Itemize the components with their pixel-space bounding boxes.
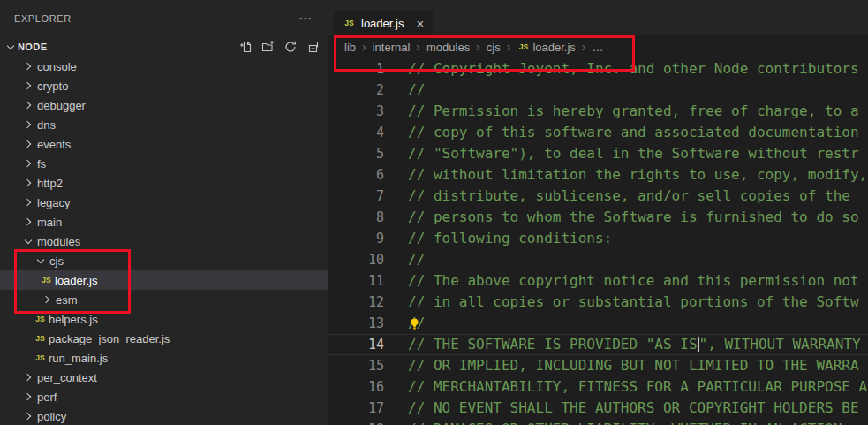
code-text: // following conditions: [384, 228, 612, 249]
code-line-1[interactable]: 1// Copyright Joyent, Inc. and other Nod… [328, 58, 868, 80]
code-line-14[interactable]: 14// THE SOFTWARE IS PROVIDED "AS IS", W… [328, 334, 868, 355]
tree-item-dns[interactable]: dns [0, 115, 328, 134]
code-line-8[interactable]: 8// persons to whom the Software is furn… [328, 207, 868, 228]
line-number: 4 [328, 122, 384, 143]
tree-item-console[interactable]: console [0, 57, 328, 76]
tab-loader-js[interactable]: JS loader.js × [334, 11, 433, 35]
chevron-down-icon [21, 234, 35, 248]
tree-item-policy[interactable]: policy [0, 406, 328, 425]
chevron-right-icon [21, 195, 35, 209]
code-line-6[interactable]: 6// without limitation the rights to use… [328, 164, 868, 186]
breadcrumb-item[interactable]: JSloader.js [517, 41, 575, 54]
code-line-17[interactable]: 17// NO EVENT SHALL THE AUTHORS OR COPYR… [328, 398, 868, 419]
code-text: // [384, 80, 425, 101]
tab-label: loader.js [361, 17, 404, 30]
close-icon[interactable]: × [416, 16, 424, 31]
code-line-18[interactable]: 18// DAMAGES OR OTHER LIABILITY, WHETHER… [328, 419, 868, 425]
line-number: 18 [328, 419, 384, 425]
js-file-icon: JS [343, 19, 356, 27]
line-number: 8 [328, 207, 384, 228]
tree-item-legacy[interactable]: legacy [0, 193, 328, 212]
tree-item-events[interactable]: events [0, 134, 328, 154]
line-number: 17 [328, 398, 384, 419]
tree-item-label: http2 [37, 177, 63, 190]
tree-item-perf[interactable]: perf [0, 387, 328, 406]
tree-item-label: helpers.js [49, 313, 98, 326]
tree-item-esm[interactable]: esm [0, 290, 328, 309]
new-file-button[interactable] [238, 38, 255, 56]
breadcrumb-item[interactable]: cjs [487, 41, 501, 54]
code-line-7[interactable]: 7// distribute, sublicense, and/or sell … [328, 186, 868, 207]
tree-item-crypto[interactable]: crypto [0, 76, 328, 95]
breadcrumb-item[interactable]: … [592, 41, 603, 54]
chevron-right-icon [40, 292, 54, 307]
line-number: 5 [328, 143, 384, 164]
more-actions-icon[interactable]: ⋯ [298, 11, 313, 27]
text-cursor [698, 337, 699, 352]
breadcrumb-item[interactable]: modules [426, 41, 470, 54]
line-number: 13 [328, 313, 384, 334]
explorer-sidebar: EXPLORER ⋯ NODE [0, 0, 328, 425]
code-line-4[interactable]: 4// copy of this software and associated… [328, 122, 868, 143]
refresh-icon [283, 40, 298, 54]
chevron-down-icon [34, 254, 48, 268]
code-lines: 1// Copyright Joyent, Inc. and other Nod… [328, 58, 868, 425]
line-number: 15 [328, 355, 384, 376]
tree-item-loader-js[interactable]: JSloader.js [0, 270, 328, 290]
code-editor[interactable]: 1// Copyright Joyent, Inc. and other Nod… [328, 58, 868, 425]
tree-item-fs[interactable]: fs [0, 154, 328, 173]
tree-item-run-main-js[interactable]: JSrun_main.js [0, 348, 328, 368]
editor-area: JS loader.js × lib›internal›modules›cjs›… [328, 0, 868, 425]
collapse-all-button[interactable] [304, 38, 321, 56]
js-file-icon: JS [34, 353, 47, 362]
tree-item-label: loader.js [55, 274, 97, 287]
tree-item-debugger[interactable]: debugger [0, 95, 328, 115]
tree-item-label: esm [56, 293, 78, 307]
chevron-down-icon [4, 40, 18, 54]
tree-item-modules[interactable]: modules [0, 231, 328, 251]
section-title: NODE [18, 42, 47, 52]
chevron-right-icon [21, 176, 35, 190]
code-line-12[interactable]: 12// in all copies or substantial portio… [328, 292, 868, 313]
tree-item-per-context[interactable]: per_context [0, 368, 328, 387]
line-number: 2 [328, 80, 384, 101]
code-line-10[interactable]: 10// [328, 249, 868, 270]
code-line-9[interactable]: 9// following conditions: [328, 228, 868, 249]
chevron-right-icon [21, 370, 35, 384]
breadcrumb-item[interactable]: lib [344, 41, 356, 54]
tree-item-label: main [37, 216, 62, 229]
tree-item-package-json-reader-js[interactable]: JSpackage_json_reader.js [0, 329, 328, 348]
code-text: // [384, 313, 425, 334]
lightbulb-icon[interactable] [408, 315, 422, 330]
code-line-3[interactable]: 3// Permission is hereby granted, free o… [328, 101, 868, 122]
tree-item-label: fs [37, 157, 46, 171]
code-line-16[interactable]: 16// MERCHANTABILITY, FITNESS FOR A PART… [328, 376, 868, 398]
code-line-15[interactable]: 15// OR IMPLIED, INCLUDING BUT NOT LIMIT… [328, 355, 868, 376]
tree-item-cjs[interactable]: cjs [0, 251, 328, 270]
chevron-right-icon [21, 79, 35, 93]
code-line-11[interactable]: 11// The above copyright notice and this… [328, 270, 868, 292]
code-text: // MERCHANTABILITY, FITNESS FOR A PARTIC… [384, 376, 867, 398]
tree-item-label: cjs [49, 254, 64, 268]
new-folder-button[interactable] [260, 38, 277, 56]
code-text: // Copyright Joyent, Inc. and other Node… [384, 58, 859, 80]
code-line-2[interactable]: 2// [328, 80, 868, 101]
code-text: // DAMAGES OR OTHER LIABILITY, WHETHER I… [384, 419, 842, 425]
tree-item-label: per_context [37, 371, 97, 384]
section-actions [238, 38, 328, 56]
line-number: 16 [328, 376, 384, 398]
chevron-right-icon [21, 409, 35, 423]
breadcrumb-item[interactable]: internal [373, 41, 411, 54]
code-text: // Permission is hereby granted, free of… [384, 101, 859, 122]
code-line-5[interactable]: 5// "Software"), to deal in the Software… [328, 143, 868, 164]
tree-item-label: run_main.js [49, 352, 108, 365]
tree-item-helpers-js[interactable]: JShelpers.js [0, 309, 328, 329]
tree-item-label: policy [37, 410, 66, 423]
js-file-icon: JS [517, 42, 530, 51]
section-header-node[interactable]: NODE [0, 37, 328, 57]
chevron-right-icon [21, 390, 35, 404]
refresh-button[interactable] [282, 38, 299, 56]
tree-item-main[interactable]: main [0, 212, 328, 231]
code-line-13[interactable]: 13// [328, 313, 868, 334]
tree-item-http2[interactable]: http2 [0, 173, 328, 193]
